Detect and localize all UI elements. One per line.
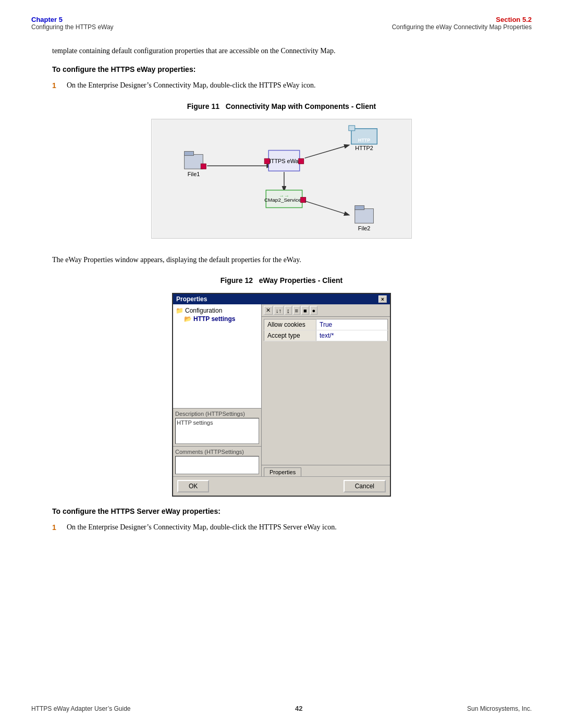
properties-grid: Allow cookies True Accept type text/* bbox=[262, 317, 390, 465]
figure11-title: Connectivity Map with Components - Clien… bbox=[226, 102, 376, 110]
tree-root-item[interactable]: 📁 Configuration bbox=[175, 306, 259, 315]
comments-section: Comments (HTTPSettings) bbox=[173, 446, 261, 476]
svg-rect-1 bbox=[185, 154, 203, 169]
page-header: Chapter 5 Configuring the HTTPS eWay Sec… bbox=[0, 0, 563, 35]
tree-root-label: Configuration bbox=[185, 307, 222, 314]
toolbar-btn-x[interactable]: ✕ bbox=[264, 306, 273, 315]
svg-text:File1: File1 bbox=[188, 171, 200, 177]
folder-open-icon: 📂 bbox=[183, 315, 192, 323]
footer-page-number: 42 bbox=[295, 705, 302, 712]
configure-server-heading: To configure the HTTPS Server eWay prope… bbox=[52, 507, 511, 515]
properties-left-panel: 📁 Configuration 📂 HTTP settings Descript… bbox=[173, 304, 262, 476]
intro-text: template containing default configuratio… bbox=[52, 45, 511, 57]
svg-text:HTTP2: HTTP2 bbox=[355, 145, 373, 151]
server-step-number-1: 1 bbox=[52, 522, 60, 533]
key-allow-cookies: Allow cookies bbox=[264, 319, 316, 330]
eway-text: The eWay Properties window appears, disp… bbox=[52, 254, 511, 266]
configure-https-heading: To configure the HTTPS eWay properties: bbox=[52, 65, 511, 73]
tree-child-item[interactable]: 📂 HTTP settings bbox=[183, 315, 259, 323]
svg-rect-4 bbox=[201, 164, 206, 169]
svg-rect-22 bbox=[355, 205, 364, 209]
toolbar-btn-sort[interactable]: ↓↑ bbox=[274, 306, 284, 315]
properties-tabs: Properties bbox=[262, 465, 390, 476]
header-left: Chapter 5 Configuring the HTTPS eWay bbox=[31, 16, 114, 31]
step-number-1: 1 bbox=[52, 80, 60, 91]
toolbar-btn-square[interactable]: ■ bbox=[301, 306, 309, 315]
server-step-text-1: On the Enterprise Designer’s Connectivit… bbox=[67, 522, 337, 533]
svg-rect-19 bbox=[301, 197, 306, 202]
svg-rect-9 bbox=[299, 158, 304, 164]
cancel-button[interactable]: Cancel bbox=[344, 480, 386, 492]
folder-icon: 📁 bbox=[175, 307, 183, 314]
toolbar-btn-az[interactable]: ↨ bbox=[285, 306, 292, 315]
properties-table: Allow cookies True Accept type text/* bbox=[264, 319, 388, 341]
figure11-label: Figure 11 bbox=[187, 102, 219, 110]
table-row: Accept type text/* bbox=[264, 330, 388, 341]
properties-title: Properties bbox=[176, 295, 207, 303]
server-step-item-1: 1 On the Enterprise Designer’s Connectiv… bbox=[52, 522, 511, 533]
properties-titlebar: Properties × bbox=[173, 294, 390, 304]
bottom-buttons: OK Cancel bbox=[173, 476, 390, 496]
properties-toolbar: ✕ ↓↑ ↨ ≡ ■ ● bbox=[262, 304, 390, 317]
description-box: HTTP settings bbox=[175, 418, 259, 444]
description-section: Description (HTTPSettings) HTTP settings bbox=[173, 408, 261, 446]
section-subtitle: Configuring the eWay Connectivity Map Pr… bbox=[392, 23, 532, 31]
toolbar-btn-list[interactable]: ≡ bbox=[293, 306, 300, 315]
val-accept-type[interactable]: text/* bbox=[316, 330, 388, 341]
server-step-list: 1 On the Enterprise Designer’s Connectiv… bbox=[52, 522, 511, 533]
page-footer: HTTPS eWay Adapter User’s Guide 42 Sun M… bbox=[0, 705, 563, 712]
figure12-title: eWay Properties - Client bbox=[259, 276, 343, 285]
step-text-1: On the Enterprise Designer’s Connectivit… bbox=[67, 80, 316, 91]
properties-window: Properties × 📁 Configuration 📂 HTTP sett… bbox=[172, 293, 391, 497]
properties-body: 📁 Configuration 📂 HTTP settings Descript… bbox=[173, 304, 390, 476]
figure11-caption: Figure 11 Connectivity Map with Componen… bbox=[52, 102, 511, 110]
svg-rect-8 bbox=[264, 158, 270, 164]
properties-right-panel: ✕ ↓↑ ↨ ≡ ■ ● Allow cookies True bbox=[262, 304, 390, 476]
page-content: template containing default configuratio… bbox=[0, 35, 563, 565]
svg-rect-2 bbox=[185, 151, 194, 155]
connectivity-diagram: File1 HTTPS eWay HTTP bbox=[151, 119, 412, 239]
footer-right: Sun Microsystems, Inc. bbox=[467, 705, 532, 712]
svg-rect-21 bbox=[355, 208, 374, 223]
svg-text:File2: File2 bbox=[358, 225, 371, 231]
tree-area: 📁 Configuration 📂 HTTP settings bbox=[173, 304, 261, 408]
comments-label: Comments (HTTPSettings) bbox=[175, 449, 259, 455]
svg-text:HTTPS eWay: HTTPS eWay bbox=[267, 158, 302, 164]
svg-rect-13 bbox=[349, 126, 355, 131]
table-row: Allow cookies True bbox=[264, 319, 388, 330]
header-right: Section 5.2 Configuring the eWay Connect… bbox=[392, 16, 532, 31]
chapter-label: Chapter 5 bbox=[31, 16, 114, 23]
toolbar-btn-circle[interactable]: ● bbox=[310, 306, 318, 315]
chapter-subtitle: Configuring the HTTPS eWay bbox=[31, 23, 114, 31]
figure12-label: Figure 12 bbox=[221, 276, 253, 285]
footer-left: HTTPS eWay Adapter User’s Guide bbox=[31, 705, 131, 712]
connectivity-svg: File1 HTTPS eWay HTTP bbox=[152, 119, 411, 238]
section-label: Section 5.2 bbox=[392, 16, 532, 23]
description-label: Description (HTTPSettings) bbox=[175, 411, 259, 417]
svg-text:HTTP: HTTP bbox=[358, 137, 370, 142]
key-accept-type: Accept type bbox=[264, 330, 316, 341]
step-item-1: 1 On the Enterprise Designer’s Connectiv… bbox=[52, 80, 511, 91]
close-button[interactable]: × bbox=[378, 295, 387, 303]
ok-button[interactable]: OK bbox=[177, 480, 209, 492]
tree-child-label: HTTP settings bbox=[193, 315, 235, 323]
svg-text:→→: →→ bbox=[279, 192, 289, 198]
comments-box bbox=[175, 456, 259, 474]
val-allow-cookies[interactable]: True bbox=[316, 319, 388, 330]
step-list: 1 On the Enterprise Designer’s Connectiv… bbox=[52, 80, 511, 91]
figure12-caption: Figure 12 eWay Properties - Client bbox=[52, 276, 511, 285]
tab-properties[interactable]: Properties bbox=[264, 467, 301, 476]
